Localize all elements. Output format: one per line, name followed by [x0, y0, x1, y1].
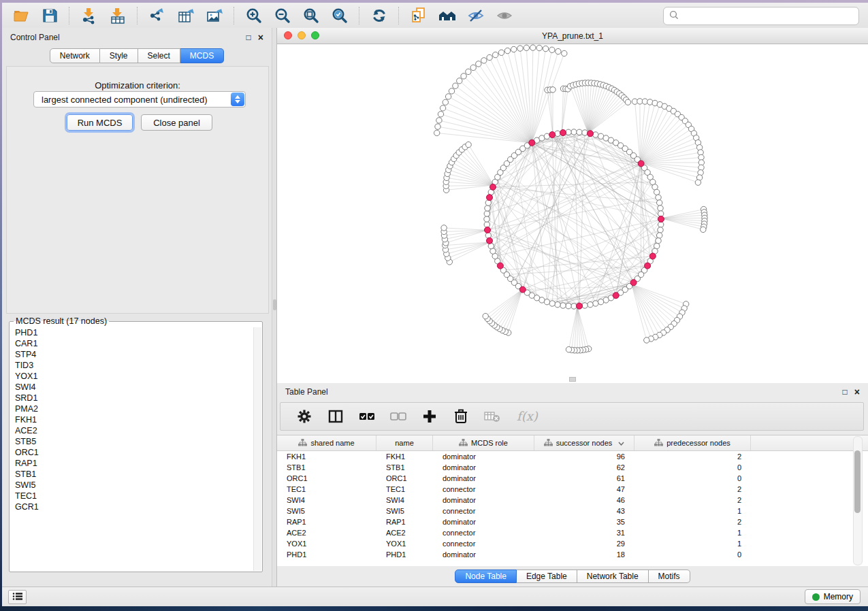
table-row[interactable]: ACE2ACE2connector311: [277, 527, 868, 538]
tab-network-table[interactable]: Network Table: [577, 569, 649, 583]
table-cell[interactable]: 1: [634, 507, 751, 515]
mcds-result-item[interactable]: TEC1: [15, 491, 254, 501]
table-cell[interactable]: FKH1: [376, 452, 433, 461]
save-icon[interactable]: [40, 6, 59, 25]
import-network-icon[interactable]: [80, 6, 99, 25]
table-row[interactable]: RAP1RAP1dominator352: [277, 516, 868, 527]
table-cell[interactable]: FKH1: [277, 452, 376, 461]
table-cell[interactable]: ACE2: [376, 529, 433, 537]
panel-splitter[interactable]: [272, 28, 277, 587]
tab-motifs[interactable]: Motifs: [649, 569, 690, 583]
network-split-handle[interactable]: [569, 377, 576, 382]
table-cell[interactable]: connector: [433, 540, 534, 548]
tab-network[interactable]: Network: [50, 48, 100, 63]
first-neighbors-icon[interactable]: [438, 6, 457, 25]
table-cell[interactable]: TEC1: [277, 485, 376, 493]
table-cell[interactable]: 2: [634, 518, 751, 526]
splitter-handle[interactable]: [273, 299, 276, 310]
mcds-result-item[interactable]: STB1: [15, 469, 254, 480]
column-header-MCDS-role[interactable]: MCDS role: [433, 435, 534, 450]
table-cell[interactable]: STB1: [376, 463, 433, 472]
zoom-fit-icon[interactable]: [302, 6, 321, 25]
table-cell[interactable]: 61: [534, 474, 634, 482]
export-table-icon[interactable]: [176, 6, 195, 25]
close-panel-icon[interactable]: ×: [258, 33, 263, 42]
add-column-icon[interactable]: [421, 408, 438, 425]
mcds-result-item[interactable]: RAP1: [15, 458, 254, 469]
table-row[interactable]: YOX1YOX1connector291: [277, 538, 868, 549]
select-all-icon[interactable]: [358, 408, 376, 425]
float-table-panel-icon[interactable]: □: [843, 388, 848, 396]
table-row[interactable]: PHD1PHD1dominator180: [277, 549, 868, 560]
close-window-icon[interactable]: [284, 31, 292, 39]
table-row[interactable]: TEC1TEC1connector472: [277, 484, 868, 495]
copy-network-icon[interactable]: [409, 6, 428, 25]
open-folder-icon[interactable]: [12, 6, 31, 25]
table-cell[interactable]: STB1: [277, 463, 376, 472]
close-table-panel-icon[interactable]: ×: [854, 387, 860, 397]
table-cell[interactable]: dominator: [433, 518, 534, 526]
table-cell[interactable]: 35: [534, 518, 634, 526]
column-header-shared-name[interactable]: shared name: [277, 435, 376, 450]
table-cell[interactable]: PHD1: [277, 550, 376, 559]
mcds-result-item[interactable]: SRD1: [15, 393, 254, 403]
table-cell[interactable]: 2: [634, 496, 751, 504]
table-cell[interactable]: 46: [534, 496, 634, 504]
mcds-result-scrollbar[interactable]: [253, 327, 261, 571]
mcds-result-item[interactable]: YOX1: [15, 371, 254, 382]
mcds-result-item[interactable]: STP4: [15, 349, 254, 360]
maximize-window-icon[interactable]: [311, 31, 319, 39]
tab-edge-table[interactable]: Edge Table: [517, 569, 577, 583]
table-cell[interactable]: dominator: [433, 550, 534, 559]
delete-column-icon[interactable]: [452, 408, 470, 425]
search-box[interactable]: [663, 7, 859, 25]
zoom-selected-icon[interactable]: [330, 6, 349, 25]
hide-selected-icon[interactable]: [466, 6, 485, 25]
table-cell[interactable]: 0: [634, 474, 751, 482]
zoom-out-icon[interactable]: [273, 6, 292, 25]
run-mcds-button[interactable]: Run MCDS: [67, 114, 133, 131]
memory-button[interactable]: Memory: [805, 589, 861, 604]
mcds-result-item[interactable]: CAR1: [15, 338, 254, 349]
table-cell[interactable]: RAP1: [376, 518, 433, 526]
table-cell[interactable]: SWI4: [277, 496, 376, 504]
mcds-result-item[interactable]: FKH1: [15, 414, 254, 425]
show-all-icon[interactable]: [495, 6, 514, 25]
mcds-result-item[interactable]: PMA2: [15, 403, 254, 414]
table-cell[interactable]: RAP1: [277, 518, 376, 526]
tab-node-table[interactable]: Node Table: [455, 569, 517, 583]
table-cell[interactable]: TEC1: [376, 485, 433, 493]
column-header-predecessor-nodes[interactable]: predecessor nodes: [634, 435, 751, 450]
table-cell[interactable]: 1: [634, 540, 751, 548]
mcds-result-item[interactable]: GCR1: [15, 501, 254, 512]
table-cell[interactable]: ORC1: [376, 474, 433, 482]
table-cell[interactable]: connector: [433, 485, 534, 493]
table-row[interactable]: SWI4SWI4dominator462: [277, 495, 868, 506]
table-cell[interactable]: 2: [634, 485, 751, 493]
table-cell[interactable]: SWI5: [376, 507, 433, 515]
refresh-icon[interactable]: [370, 6, 389, 25]
table-scrollbar[interactable]: [853, 436, 863, 565]
column-header-successor-nodes[interactable]: successor nodes: [534, 435, 634, 450]
mcds-result-item[interactable]: PHD1: [15, 327, 254, 338]
table-cell[interactable]: YOX1: [376, 540, 433, 548]
table-cell[interactable]: 43: [534, 507, 634, 515]
export-image-icon[interactable]: [205, 6, 224, 25]
table-cell[interactable]: 29: [534, 540, 634, 548]
table-row[interactable]: SWI5SWI5connector431: [277, 506, 868, 516]
table-cell[interactable]: SWI4: [376, 496, 433, 504]
table-cell[interactable]: dominator: [433, 452, 534, 461]
table-cell[interactable]: 47: [534, 485, 634, 493]
table-scrollbar-thumb[interactable]: [854, 450, 861, 513]
table-cell[interactable]: 18: [534, 550, 634, 559]
export-network-icon[interactable]: [148, 6, 167, 25]
table-cell[interactable]: ORC1: [277, 474, 376, 482]
mcds-result-item[interactable]: ACE2: [15, 425, 254, 436]
table-cell[interactable]: 2: [634, 452, 751, 461]
network-canvas[interactable]: [277, 44, 868, 383]
table-row[interactable]: ORC1ORC1dominator610: [277, 473, 868, 484]
network-titlebar[interactable]: YPA_prune.txt_1: [277, 28, 868, 44]
table-cell[interactable]: dominator: [433, 496, 534, 504]
table-row[interactable]: FKH1FKH1dominator962: [277, 451, 868, 462]
table-cell[interactable]: 0: [634, 550, 751, 559]
